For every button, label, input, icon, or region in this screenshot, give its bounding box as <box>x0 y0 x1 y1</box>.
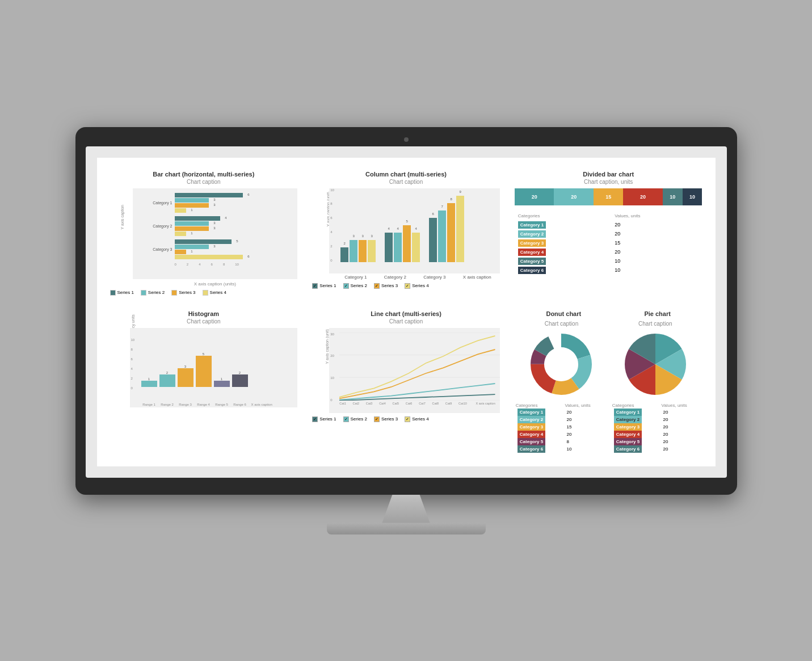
div-val-1: 20 <box>612 221 701 229</box>
bar-x-ticks: 0 2 4 6 8 10 <box>175 263 293 266</box>
hbar-row-2: Category 2 4 3 3 1 <box>144 216 293 236</box>
hbar-val-1-1: 6 <box>247 193 249 196</box>
pie-row-2: Category 2 20 <box>612 416 701 423</box>
donut-table-header-val: Values, units <box>565 403 604 408</box>
donut-pie-tables: Categories Values, units Category 1 20 <box>515 402 702 453</box>
bar-legend-box-1 <box>110 290 116 296</box>
bar-legend-box-3 <box>171 290 177 296</box>
div-table-row-2: Category 2 20 <box>516 230 701 238</box>
bar-chart-caption: Chart caption <box>110 179 298 185</box>
div-cat-6: Category 6 <box>518 267 546 274</box>
col-legend-1: ✓ Series 1 <box>312 283 336 289</box>
line-legend-label-1: Series 1 <box>319 416 336 422</box>
col-bar-2-4: 4 <box>412 233 420 262</box>
hist-bar-wrap-6: 2 <box>232 332 248 387</box>
line-y-ticks: 0 10 20 30 <box>330 332 334 402</box>
monitor-wrapper: Bar chart (horizontal, multi-series) Cha… <box>75 127 737 534</box>
pie-val-4: 20 <box>662 431 701 437</box>
hbar-group-1: 6 3 3 1 <box>175 193 243 213</box>
donut-val-5: 8 <box>565 439 604 445</box>
hbar-1-1: 6 <box>175 193 243 197</box>
monitor-dot <box>404 137 409 142</box>
pie-table: Categories Values, units Category 1 20 <box>611 402 702 453</box>
hbar-1-2: 3 <box>175 198 209 203</box>
pie-cat-3: Category 3 <box>614 423 642 431</box>
divided-bar-caption: Chart caption, units <box>515 179 702 185</box>
line-legend-2: ✓ Series 2 <box>343 416 367 422</box>
pie-val-6: 20 <box>662 446 701 452</box>
donut-cat-4: Category 4 <box>518 431 545 438</box>
bar-legend-label-2: Series 2 <box>148 290 165 295</box>
div-val-6: 10 <box>612 266 701 274</box>
col-legend-3: ✓ Series 3 <box>374 283 398 289</box>
col-bar-1-4: 3 <box>368 240 376 262</box>
div-cat-2: Category 2 <box>518 230 546 238</box>
line-legend-box-4: ✓ <box>405 416 410 422</box>
col-legend-box-3: ✓ <box>374 283 380 289</box>
donut-chart-sub: Chart caption <box>527 321 595 398</box>
bar-legend-label-3: Series 3 <box>179 290 195 295</box>
bar-legend-label-4: Series 4 <box>210 290 226 295</box>
line-chart-title: Line chart (multi-series) <box>312 310 500 317</box>
donut-row-4: Category 4 20 <box>516 431 604 437</box>
hbar-val-3-1: 5 <box>236 239 238 243</box>
monitor-stand-base <box>327 523 486 534</box>
div-seg-3: 15 <box>594 188 623 205</box>
div-cat-1: Category 1 <box>518 221 546 229</box>
hbar-val-3-2: 3 <box>213 245 215 248</box>
hbar-3-4: 6 <box>175 255 243 259</box>
donut-table: Categories Values, units Category 1 20 <box>515 402 605 453</box>
line-x-labels: Cat1 Cat2 Cat3 Cat4 Cat5 Cat6 Cat7 Cat8 … <box>339 402 495 405</box>
hist-bar-wrap-3: 3 <box>178 332 193 387</box>
line-legend-label-3: Series 3 <box>381 416 398 422</box>
bar-chart-panel: Bar chart (horizontal, multi-series) Cha… <box>106 166 302 300</box>
column-chart-panel: Column chart (multi-series) Chart captio… <box>308 166 504 300</box>
div-table-header-val: Values, units <box>612 212 701 220</box>
bar-legend-label-1: Series 1 <box>117 290 134 295</box>
col-chart-area: 0 2 4 6 8 10 2 <box>329 188 500 273</box>
histogram-title: Histogram <box>110 310 298 317</box>
pie-row-3: Category 3 20 <box>612 424 701 430</box>
pie-cat-4: Category 4 <box>614 431 642 438</box>
hist-bar-4 <box>196 356 212 387</box>
col-legend-box-4: ✓ <box>405 283 410 289</box>
col-legend: ✓ Series 1 ✓ Series 2 ✓ Series 3 ✓ <box>312 283 500 289</box>
hbar-val-3-4: 6 <box>247 255 249 258</box>
line-legend: ✓ Series 1 ✓ Series 2 ✓ Series 3 ✓ <box>312 416 500 422</box>
pie-svg <box>621 330 689 398</box>
monitor-body: Bar chart (horizontal, multi-series) Cha… <box>75 127 737 495</box>
hbar-label-1: Category 1 <box>144 201 173 205</box>
hbar-val-1-2: 3 <box>213 198 215 201</box>
hist-area: 0 2 4 6 8 10 1 <box>130 328 298 407</box>
donut-pie-panel: Donut chart Pie chart Chart caption <box>510 306 707 458</box>
hbar-val-2-3: 3 <box>213 226 215 230</box>
col-group-2: 4 4 5 4 <box>385 225 420 262</box>
line-legend-box-1: ✓ <box>312 416 318 422</box>
bar-legend-1: Series 1 <box>110 290 134 296</box>
hbar-3-2: 3 <box>175 245 209 249</box>
div-table-row-6: Category 6 10 <box>516 266 701 274</box>
hbar-3-3: 1 <box>175 250 186 254</box>
pie-chart-sub: Chart caption <box>621 321 689 398</box>
hbar-label-3: Category 3 <box>144 247 173 251</box>
col-legend-label-4: Series 4 <box>412 283 428 288</box>
hbar-3-1: 5 <box>175 239 232 244</box>
donut-cat-1: Category 1 <box>518 409 545 416</box>
donut-cat-5: Category 5 <box>518 438 545 445</box>
hist-bar-wrap-5: 1 <box>214 332 230 387</box>
bar-legend-3: Series 3 <box>171 290 195 296</box>
donut-row-1: Category 1 20 <box>516 409 604 415</box>
hist-bars: 1 2 3 <box>141 332 296 396</box>
div-table-row-1: Category 1 20 <box>516 221 701 229</box>
col-legend-label-2: Series 2 <box>351 283 367 288</box>
donut-title: Donut chart <box>546 310 581 317</box>
hbar-2-1: 4 <box>175 216 220 221</box>
pie-val-3: 20 <box>662 424 701 430</box>
line-legend-box-2: ✓ <box>343 416 349 422</box>
bar-legend-4: Series 4 <box>203 290 226 296</box>
dashboard: Bar chart (horizontal, multi-series) Cha… <box>97 158 716 466</box>
donut-pie-charts: Chart caption <box>515 321 702 398</box>
bar-y-axis-label: Y axis caption <box>120 205 124 229</box>
donut-row-6: Category 6 10 <box>516 446 604 452</box>
donut-val-6: 10 <box>565 446 604 452</box>
